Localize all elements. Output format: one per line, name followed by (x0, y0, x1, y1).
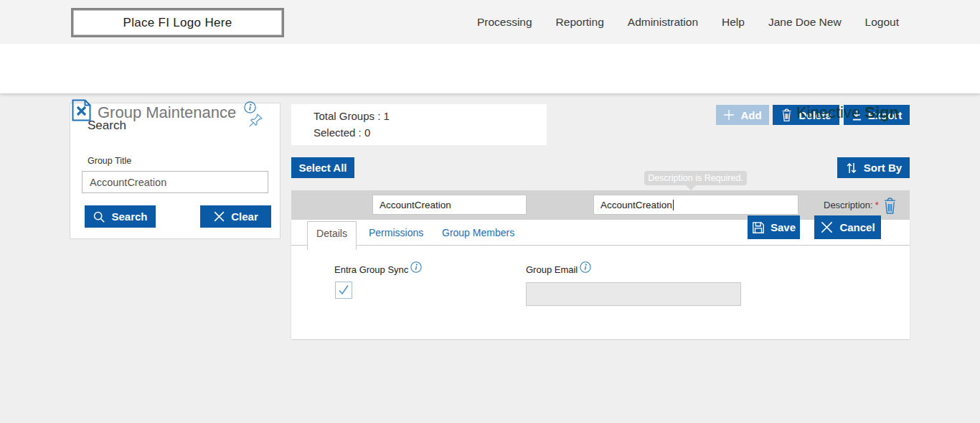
nav-reporting[interactable]: Reporting (556, 16, 604, 29)
brand-regular: Kinective (796, 103, 860, 121)
page-title: Group Maintenance (98, 103, 236, 122)
tab-details-label: Details (316, 228, 347, 239)
tab-permissions[interactable]: Permissions (369, 227, 423, 238)
save-button[interactable]: Save (748, 215, 800, 239)
group-email-label: Group Email (526, 264, 591, 278)
top-navigation: Processing Reporting Administration Help… (477, 0, 899, 44)
nav-help[interactable]: Help (722, 16, 745, 29)
selected-label: Selected : (314, 126, 362, 139)
group-email-input (526, 282, 741, 306)
group-email-text: Group Email (526, 264, 578, 275)
nav-processing[interactable]: Processing (477, 16, 532, 29)
text-cursor (673, 200, 674, 210)
validation-tooltip-text: Description is Required. (648, 173, 743, 183)
group-title-input[interactable] (82, 171, 268, 193)
cancel-button-label: Cancel (839, 221, 875, 233)
entra-info-icon[interactable] (410, 261, 422, 275)
total-groups-text: Total Groups : 1 (314, 110, 390, 122)
entra-group-sync-label: Entra Group Sync (334, 264, 422, 278)
validation-tooltip: Description is Required. (644, 171, 747, 185)
title-input[interactable] (372, 195, 527, 215)
page-header: Group Maintenance Kinective Sign (0, 44, 980, 93)
search-button[interactable]: Search (85, 205, 156, 228)
brand-bold: Sign (864, 103, 899, 121)
description-label: Description:* (824, 200, 879, 210)
description-input[interactable]: AccountCreation (593, 195, 798, 215)
description-input-value: AccountCreation (600, 200, 672, 210)
nav-logout[interactable]: Logout (865, 16, 899, 29)
sort-by-button[interactable]: Sort By (837, 157, 910, 178)
select-all-label: Select All (299, 162, 347, 174)
row-delete-icon[interactable] (882, 196, 897, 218)
cancel-button[interactable]: Cancel (814, 215, 881, 239)
group-maintenance-icon (72, 99, 91, 124)
fi-logo-placeholder: Place FI Logo Here (71, 8, 284, 37)
entra-group-sync-checkbox[interactable] (335, 282, 352, 299)
page-info-icon[interactable] (244, 101, 256, 116)
entra-group-sync-text: Entra Group Sync (334, 264, 408, 275)
fi-logo-text: Place FI Logo Here (123, 16, 232, 30)
brand-logo: Kinective Sign (796, 103, 899, 122)
search-panel: Search Group Title Search Clear (70, 103, 281, 239)
add-button[interactable]: Add (716, 105, 769, 125)
description-required-mark: * (875, 200, 879, 210)
tab-details[interactable]: Details (307, 221, 357, 250)
description-label-text: Description: (824, 200, 873, 210)
clear-button[interactable]: Clear (200, 205, 271, 228)
search-button-label: Search (111, 210, 147, 223)
total-groups-value: 1 (384, 110, 390, 122)
nav-administration[interactable]: Administration (628, 16, 698, 29)
group-detail-panel: Details Permissions Group Members Save C… (291, 220, 910, 339)
group-email-info-icon[interactable] (580, 261, 591, 275)
top-bar: Place FI Logo Here Processing Reporting … (0, 0, 980, 44)
nav-user-name[interactable]: Jane Doe New (768, 16, 842, 29)
select-all-button[interactable]: Select All (291, 157, 354, 178)
clear-button-label: Clear (231, 210, 258, 223)
add-button-label: Add (740, 109, 761, 121)
group-title-label: Group Title (88, 156, 131, 166)
tab-divider (291, 245, 910, 246)
selected-text: Selected : 0 (314, 126, 370, 139)
selected-value: 0 (364, 126, 370, 139)
save-button-label: Save (771, 221, 796, 233)
tab-group-members[interactable]: Group Members (442, 227, 514, 238)
sort-by-label: Sort By (864, 162, 902, 174)
groups-summary: Total Groups : 1 Selected : 0 (291, 104, 547, 145)
total-groups-label: Total Groups : (314, 110, 380, 122)
